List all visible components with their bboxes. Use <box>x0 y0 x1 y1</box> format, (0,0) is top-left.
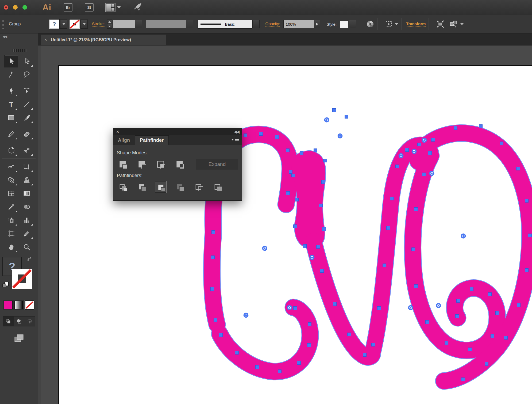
direct-selection-icon <box>23 57 31 65</box>
canvas-area[interactable] <box>38 45 532 404</box>
tool-eraser[interactable] <box>20 128 34 140</box>
opacity-input[interactable]: 100% <box>283 20 314 28</box>
tool-blend[interactable] <box>20 201 34 213</box>
tool-mesh[interactable] <box>4 187 18 200</box>
stepper-down[interactable] <box>107 24 112 29</box>
stroke-panel-link[interactable]: Stroke: <box>92 21 105 27</box>
tool-zoom[interactable] <box>20 241 34 253</box>
tool-selection[interactable] <box>4 55 18 67</box>
zoom-window-button[interactable] <box>22 5 27 10</box>
tool-row <box>0 160 38 173</box>
tool-rectangle[interactable] <box>4 112 18 124</box>
tool-symbol-sprayer[interactable] <box>4 214 18 226</box>
outline-button[interactable] <box>193 181 205 193</box>
fill-color-control[interactable]: ? <box>49 20 67 29</box>
draw-inside-button[interactable] <box>24 317 35 326</box>
stroke-color-swatch[interactable] <box>70 20 80 29</box>
select-similar-objects-button[interactable] <box>449 20 464 29</box>
tool-lasso[interactable] <box>20 68 34 81</box>
trim-button[interactable] <box>136 181 148 193</box>
swap-fill-stroke-button[interactable] <box>26 256 33 264</box>
tool-hand[interactable] <box>4 241 18 253</box>
opacity-slider-button[interactable] <box>314 20 320 28</box>
tool-direct-selection[interactable] <box>20 55 34 67</box>
flyout-triangle-icon <box>16 211 17 212</box>
select-similar-button[interactable] <box>384 20 398 28</box>
fill-color-swatch[interactable]: ? <box>49 20 59 29</box>
tool-curvature-pen[interactable] <box>20 85 34 97</box>
tool-free-transform[interactable] <box>20 161 34 173</box>
recolor-artwork-button[interactable] <box>366 20 375 28</box>
merge-button[interactable] <box>155 181 167 193</box>
document-tab[interactable]: × Untitled‑1* @ 213% (RGB/GPU Preview) <box>41 34 166 45</box>
stroke-color-control[interactable] <box>70 20 88 29</box>
stepper-up[interactable] <box>107 20 112 24</box>
close-window-button[interactable] <box>4 5 8 10</box>
tool-pencil[interactable] <box>4 128 18 140</box>
close-panel-icon[interactable]: ✕ <box>116 129 119 134</box>
flyout-triangle-icon <box>31 154 33 156</box>
tool-column-graph[interactable] <box>20 214 34 226</box>
draw-behind-button[interactable] <box>14 317 24 326</box>
control-bar-grip[interactable] <box>2 19 4 29</box>
gradient-swatch-button[interactable] <box>14 301 23 309</box>
tool-paintbrush[interactable] <box>20 112 34 124</box>
tab-align[interactable]: Align <box>113 135 135 145</box>
stroke-width-input[interactable] <box>113 20 135 28</box>
stroke-color-dropdown[interactable] <box>80 20 88 29</box>
stroke-proxy[interactable] <box>12 269 32 289</box>
collapse-panel-icon[interactable]: ◀◀ <box>234 129 239 134</box>
close-tab-icon[interactable]: × <box>44 37 47 43</box>
divide-button[interactable] <box>117 181 129 193</box>
minus-front-button[interactable] <box>136 158 148 170</box>
tool-pen[interactable] <box>4 85 18 97</box>
graphic-style-swatch[interactable] <box>340 20 348 28</box>
tool-eyedropper[interactable] <box>4 201 18 213</box>
transform-panel-link[interactable]: Transform <box>406 21 426 27</box>
width-profile-dropdown[interactable] <box>186 20 193 28</box>
unite-button[interactable] <box>117 158 129 170</box>
toolbar-collapse-header[interactable]: ◀◀ <box>0 33 38 45</box>
tool-width[interactable] <box>4 161 18 173</box>
minus-back-button[interactable] <box>212 181 223 193</box>
tab-pathfinder[interactable]: Pathfinder <box>135 135 169 145</box>
fill-color-dropdown[interactable] <box>60 20 67 29</box>
tool-artboard[interactable] <box>4 227 18 240</box>
draw-normal-button[interactable] <box>3 317 14 326</box>
tool-shape-builder[interactable] <box>4 174 18 186</box>
tool-gradient[interactable] <box>20 187 34 200</box>
intersect-button[interactable] <box>155 158 167 170</box>
style-label: Style: <box>327 22 337 26</box>
graphic-style-dropdown[interactable] <box>349 20 356 28</box>
bridge-button[interactable]: Br <box>64 3 72 12</box>
arrange-documents-button[interactable] <box>105 3 121 12</box>
perspective-grid-icon <box>23 176 31 184</box>
stroke-width-stepper[interactable] <box>107 20 112 29</box>
gpu-performance-button[interactable] <box>133 2 143 13</box>
tool-scale[interactable] <box>20 144 34 157</box>
expand-button[interactable]: Expand <box>196 159 238 170</box>
brush-definition-dropdown[interactable] <box>252 20 260 28</box>
crop-button[interactable] <box>174 181 186 193</box>
brush-definition-select[interactable]: Basic <box>198 20 252 29</box>
minimize-window-button[interactable] <box>13 5 18 10</box>
tool-line[interactable] <box>20 98 34 110</box>
tool-rotate[interactable] <box>4 144 18 157</box>
stroke-width-dropdown[interactable] <box>135 20 142 28</box>
default-fill-stroke-button[interactable] <box>2 281 9 289</box>
none-swatch-button[interactable] <box>25 301 34 309</box>
exclude-button[interactable] <box>174 158 186 170</box>
opacity-panel-link[interactable]: Opacity: <box>265 21 280 27</box>
panel-menu-button[interactable] <box>231 138 239 141</box>
isolate-object-button[interactable] <box>435 20 445 29</box>
tool-type[interactable]: T <box>4 98 18 110</box>
change-screen-mode-button[interactable] <box>11 333 27 344</box>
color-swatch-button[interactable] <box>4 301 13 309</box>
stock-button[interactable]: St <box>85 3 94 12</box>
tool-perspective-grid[interactable] <box>20 174 34 186</box>
tool-slice[interactable] <box>20 227 34 240</box>
tool-magic-wand[interactable] <box>4 68 18 81</box>
tools-panel-grip[interactable] <box>11 49 27 52</box>
width-profile-select[interactable] <box>146 20 186 28</box>
artboard[interactable] <box>58 65 532 404</box>
